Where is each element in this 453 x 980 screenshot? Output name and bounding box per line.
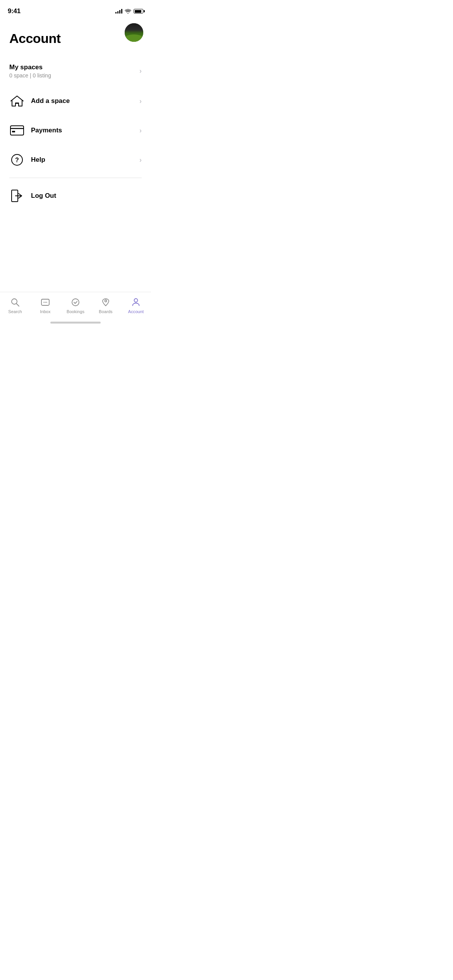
svg-point-13 [72, 299, 79, 306]
svg-point-15 [134, 299, 138, 302]
my-spaces-subtitle: 0 space | 0 listing [9, 72, 139, 79]
nav-item-bookings[interactable]: Bookings [60, 296, 91, 314]
chevron-right-icon: › [139, 97, 142, 105]
log-out-item[interactable]: Log Out [0, 181, 151, 211]
boards-icon [100, 297, 111, 308]
status-time: 9:41 [8, 7, 21, 15]
log-out-content: Log Out [31, 192, 142, 200]
svg-rect-0 [10, 126, 24, 135]
nav-inbox-label: Inbox [40, 309, 50, 314]
nav-boards-label: Boards [99, 309, 112, 314]
nav-item-account[interactable]: Account [121, 296, 151, 314]
chevron-right-icon: › [139, 67, 142, 75]
section-divider [9, 178, 142, 178]
nav-item-boards[interactable]: Boards [91, 296, 121, 314]
battery-icon [134, 9, 143, 14]
help-item[interactable]: ? Help › [0, 145, 151, 175]
home-indicator [50, 322, 101, 324]
svg-point-14 [105, 300, 107, 302]
nav-bookings-label: Bookings [67, 309, 84, 314]
nav-item-search[interactable]: Search [0, 296, 30, 314]
avatar[interactable] [125, 23, 143, 42]
house-icon [9, 93, 25, 109]
svg-text:?: ? [15, 157, 19, 163]
help-icon: ? [9, 152, 25, 168]
svg-point-12 [46, 302, 47, 303]
my-spaces-title: My spaces [9, 63, 139, 72]
search-icon [10, 297, 21, 308]
page-title: Account [9, 31, 142, 46]
add-a-space-content: Add a space [31, 97, 139, 105]
wifi-icon [125, 9, 131, 14]
status-icons [115, 9, 143, 14]
signal-icon [115, 9, 122, 14]
payments-content: Payments [31, 126, 139, 135]
status-bar: 9:41 [0, 0, 151, 17]
svg-rect-2 [12, 131, 15, 132]
add-a-space-item[interactable]: Add a space › [0, 86, 151, 116]
add-a-space-title: Add a space [31, 97, 139, 105]
payments-item[interactable]: Payments › [0, 116, 151, 145]
menu-section: My spaces 0 space | 0 listing › Add a sp… [0, 55, 151, 211]
svg-point-11 [45, 302, 46, 303]
nav-search-label: Search [8, 309, 22, 314]
inbox-icon [40, 297, 51, 308]
help-content: Help [31, 156, 139, 164]
help-title: Help [31, 156, 139, 164]
nav-account-label: Account [128, 309, 144, 314]
chevron-right-icon: › [139, 127, 142, 135]
svg-line-8 [17, 304, 19, 307]
bookings-icon [70, 297, 81, 308]
my-spaces-content: My spaces 0 space | 0 listing [9, 63, 139, 79]
payments-title: Payments [31, 126, 139, 135]
my-spaces-item[interactable]: My spaces 0 space | 0 listing › [0, 55, 151, 86]
account-icon [130, 297, 141, 308]
nav-item-inbox[interactable]: Inbox [30, 296, 60, 314]
svg-point-10 [43, 302, 44, 303]
credit-card-icon [9, 123, 25, 138]
logout-icon [9, 188, 25, 204]
log-out-title: Log Out [31, 192, 142, 200]
chevron-right-icon: › [139, 156, 142, 164]
